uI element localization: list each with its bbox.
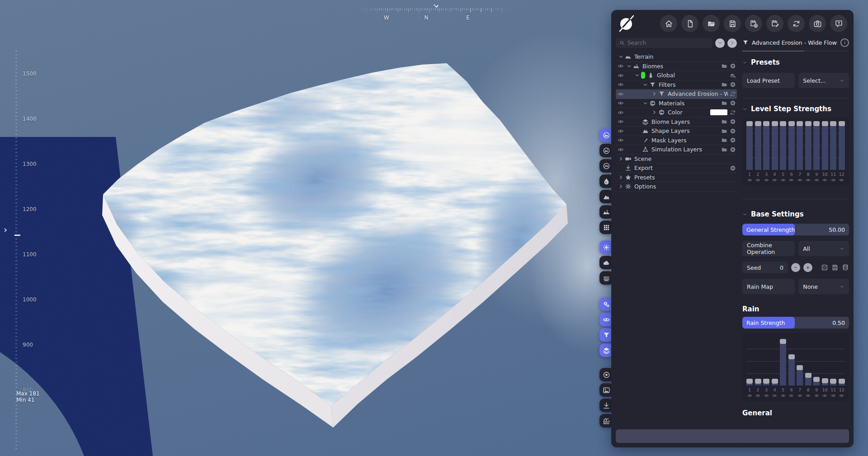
tree-item-color[interactable]: Color	[616, 108, 737, 118]
load-preset-dropdown[interactable]: Select...	[798, 73, 849, 88]
level-step-visibility-1[interactable]	[746, 177, 753, 183]
tree-item-options[interactable]: Options	[616, 182, 737, 192]
level-step-slider-8[interactable]	[805, 121, 811, 170]
level-step-slider-11[interactable]	[830, 121, 836, 170]
add-icon[interactable]	[730, 63, 736, 69]
level-step-handle-8[interactable]	[805, 121, 811, 126]
save-button[interactable]	[724, 15, 741, 32]
level-step-handle-12[interactable]	[839, 121, 845, 126]
tree-item-shape-layers[interactable]: Shape Layers	[616, 127, 737, 136]
rain-visibility-5[interactable]	[780, 393, 786, 398]
search-input[interactable]	[627, 40, 709, 46]
presets-section-heading[interactable]: Presets	[742, 58, 849, 66]
level-step-visibility-12[interactable]	[839, 177, 845, 183]
combine-operation-dropdown[interactable]: All	[798, 241, 849, 256]
search-box[interactable]	[616, 38, 712, 48]
rain-visibility-11[interactable]	[830, 393, 836, 398]
rain-slider-9[interactable]	[813, 337, 820, 385]
rain-handle-5[interactable]	[780, 339, 786, 344]
rain-visibility-4[interactable]	[772, 393, 778, 398]
rain-slider-12[interactable]	[839, 337, 845, 385]
tree-item-simulation-layers[interactable]: Simulation Layers	[616, 145, 737, 155]
rain-handle-4[interactable]	[772, 379, 778, 384]
expand-toggle[interactable]	[641, 82, 649, 88]
level-step-slider-2[interactable]	[755, 121, 761, 170]
visibility-toggle[interactable]	[617, 81, 625, 88]
level-step-handle-7[interactable]	[797, 121, 803, 126]
add-icon[interactable]	[730, 81, 736, 88]
level-step-handle-1[interactable]	[746, 121, 753, 126]
level-step-slider-6[interactable]	[788, 121, 795, 170]
rain-handle-1[interactable]	[746, 379, 753, 384]
rain-visibility-8[interactable]	[805, 393, 811, 398]
level-step-handle-9[interactable]	[813, 121, 820, 126]
rain-slider-1[interactable]	[746, 337, 753, 385]
expand-toggle[interactable]	[633, 72, 641, 78]
tree-item-export[interactable]: Export	[616, 164, 737, 173]
rain-slider-3[interactable]	[763, 337, 769, 385]
screenshot-button[interactable]	[809, 15, 826, 32]
visibility-toggle[interactable]	[617, 128, 625, 134]
expand-toggle[interactable]	[641, 100, 649, 106]
expand-toggle[interactable]	[650, 91, 658, 97]
add-icon[interactable]	[730, 100, 736, 106]
rain-slider-6[interactable]	[788, 337, 795, 385]
tree-item-materials[interactable]: Materials	[616, 99, 737, 108]
sync-icon[interactable]	[730, 91, 736, 97]
level-step-visibility-6[interactable]	[788, 177, 795, 183]
tree-item-scene[interactable]: Scene	[616, 155, 737, 164]
visibility-toggle[interactable]	[617, 118, 625, 125]
rain-handle-10[interactable]	[822, 378, 828, 383]
tree-item-presets[interactable]: Presets	[616, 173, 737, 183]
level-step-handle-6[interactable]	[788, 121, 795, 126]
search-expand-button[interactable]	[715, 38, 725, 48]
visibility-toggle[interactable]	[617, 100, 625, 106]
tree-item-global[interactable]: Global	[616, 71, 737, 80]
folder-icon[interactable]	[721, 137, 727, 143]
level-step-handle-5[interactable]	[780, 121, 786, 126]
rain-slider-2[interactable]	[755, 337, 761, 385]
folder-icon[interactable]	[721, 118, 727, 125]
level-step-handle-11[interactable]	[830, 121, 836, 126]
level-step-slider-5[interactable]	[780, 121, 786, 170]
general-section-heading[interactable]: General	[742, 409, 849, 417]
rain-visibility-2[interactable]	[755, 393, 761, 398]
visibility-toggle[interactable]	[617, 63, 625, 69]
rain-visibility-10[interactable]	[822, 393, 828, 398]
seed-history-icon[interactable]	[842, 264, 849, 271]
tree-item-terrain[interactable]: Terrain	[616, 52, 737, 62]
rain-slider-4[interactable]	[772, 337, 778, 385]
level-step-visibility-7[interactable]	[797, 177, 803, 183]
expand-toggle[interactable]	[650, 109, 658, 115]
tree-item-biomes[interactable]: Biomes	[616, 62, 737, 71]
tree-item-mask-layers[interactable]: Mask Layers	[616, 136, 737, 146]
visibility-toggle[interactable]	[617, 146, 625, 153]
save-edit-button[interactable]	[766, 15, 783, 32]
level-step-slider-7[interactable]	[797, 121, 803, 170]
help-button[interactable]	[830, 15, 847, 32]
add-icon[interactable]	[730, 165, 736, 171]
rain-visibility-6[interactable]	[788, 393, 795, 398]
panel-expand-arrow[interactable]: ›	[4, 225, 7, 234]
rain-visibility-9[interactable]	[813, 393, 820, 398]
new-file-button[interactable]	[681, 15, 698, 32]
level-step-slider-10[interactable]	[822, 121, 828, 170]
rain-slider-8[interactable]	[805, 337, 811, 385]
sync-icon[interactable]	[730, 109, 736, 116]
rain-slider-7[interactable]	[797, 337, 803, 385]
level-step-visibility-2[interactable]	[755, 177, 761, 183]
save-seed-icon[interactable]	[831, 264, 839, 271]
add-icon[interactable]	[730, 137, 736, 143]
seed-field[interactable]: Seed 0	[742, 262, 788, 273]
rain-slider-5[interactable]	[780, 337, 786, 385]
tree-chevron-slot[interactable]	[617, 183, 625, 189]
level-step-slider-12[interactable]	[839, 121, 845, 170]
rain-handle-8[interactable]	[805, 373, 811, 378]
level-step-visibility-10[interactable]	[822, 177, 828, 183]
level-step-handle-10[interactable]	[822, 121, 828, 126]
level-step-visibility-3[interactable]	[763, 177, 769, 183]
level-step-section-heading[interactable]: Level Step Strengths	[742, 105, 849, 113]
rain-visibility-12[interactable]	[839, 393, 845, 398]
add-icon[interactable]	[730, 146, 736, 153]
tree-chevron-slot[interactable]	[617, 54, 625, 60]
